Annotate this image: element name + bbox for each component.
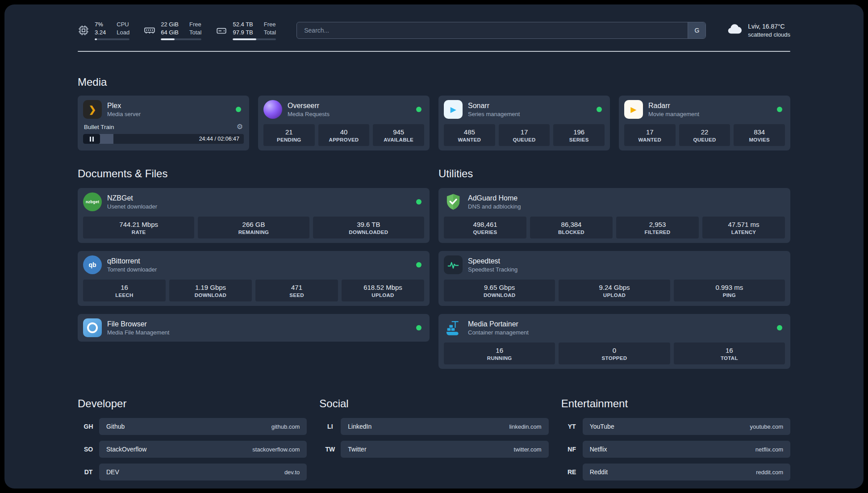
bookmark-url: github.com <box>271 423 300 430</box>
bookmark-youtube[interactable]: YT YouTube youtube.com <box>561 418 790 435</box>
portainer-icon <box>444 318 463 337</box>
bookmark-reddit[interactable]: RE Reddit reddit.com <box>561 464 790 480</box>
cpu-usage-value: 7% <box>95 21 106 29</box>
bookmark-url: dev.to <box>284 469 300 476</box>
card-sonarr[interactable]: ▶ Sonarr Series management 485 WANTED <box>438 96 610 150</box>
card-speedtest[interactable]: Speedtest Speedtest Tracking 9.65 Gbps D… <box>438 251 790 306</box>
stat-ping: 0.993 ms PING <box>674 280 785 301</box>
disk-label-top: Free <box>264 21 276 29</box>
bookmark-abbr: RE <box>561 464 583 480</box>
bookmark-abbr: NF <box>561 441 583 458</box>
bookmark-github[interactable]: GH Github github.com <box>78 418 307 435</box>
stat-upload: 9.24 Gbps UPLOAD <box>559 280 670 301</box>
search-input[interactable] <box>296 22 706 39</box>
card-radarr[interactable]: ▶ Radarr Movie management 17 WANTED <box>619 96 790 150</box>
bookmark-group-entertainment: Entertainment YT YouTube youtube.com NF … <box>561 397 790 480</box>
bookmark-twitter[interactable]: TW Twitter twitter.com <box>319 441 548 458</box>
app-description: Series management <box>468 111 520 117</box>
weather-widget: Lviv, 16.87°C scattered clouds <box>726 21 790 39</box>
bookmark-url: netflix.com <box>755 446 783 453</box>
disk-label-bottom: Total <box>264 29 276 37</box>
stat-queries: 498,461 QUERIES <box>444 217 526 238</box>
disk-widget: 52.4 TB 97.9 TB Free Total <box>216 21 276 40</box>
cpu-usage-bar <box>95 38 129 40</box>
card-filebrowser[interactable]: File Browser Media File Management <box>78 314 430 342</box>
entertainment-heading: Entertainment <box>561 397 790 410</box>
stat-download: 1.19 Gbps DOWNLOAD <box>169 280 252 301</box>
stat-remaining: 266 GB REMAINING <box>198 217 309 238</box>
app-description: Torrent downloader <box>107 266 157 273</box>
utilities-heading: Utilities <box>438 167 790 180</box>
card-plex[interactable]: ❯ Plex Media server Bullet Train ⚙ <box>78 96 249 150</box>
section-media: Media ❯ Plex Media server Bullet Tr <box>78 76 790 150</box>
bookmark-url: reddit.com <box>756 469 783 476</box>
app-title: File Browser <box>107 320 169 328</box>
pause-button[interactable] <box>83 134 100 144</box>
app-description: Movie management <box>648 111 699 117</box>
app-description: DNS and adblocking <box>468 203 521 210</box>
settings-gear-icon[interactable]: ⚙ <box>237 123 243 130</box>
developer-heading: Developer <box>78 397 307 410</box>
cpu-widget: 7% 3.24 CPU Load <box>78 21 129 40</box>
section-documents: Documents & Files nzbget NZBGet Usenet d… <box>78 167 430 369</box>
cpu-label-bottom: Load <box>117 29 129 37</box>
card-overseerr[interactable]: Overseerr Media Requests 21 PENDING 40 A… <box>258 96 430 150</box>
disk-icon <box>216 25 227 36</box>
stat-seed: 471 SEED <box>255 280 338 301</box>
app-title: Speedtest <box>468 257 517 265</box>
status-dot <box>597 107 602 112</box>
system-resources: 7% 3.24 CPU Load <box>78 21 276 40</box>
app-description: Usenet downloader <box>107 203 157 210</box>
bookmark-url: stackoverflow.com <box>252 446 300 453</box>
bookmark-abbr: YT <box>561 418 583 435</box>
card-qbittorrent[interactable]: qb qBittorrent Torrent downloader 16 LEE… <box>78 251 430 306</box>
bookmark-url: twitter.com <box>514 446 542 453</box>
cloud-icon <box>726 21 743 39</box>
app-title: Plex <box>107 101 141 110</box>
bookmark-group-developer: Developer GH Github github.com SO StackO… <box>78 397 307 480</box>
app-description: Speedtest Tracking <box>468 266 517 273</box>
memory-usage-bar <box>161 38 201 40</box>
speedtest-icon <box>444 255 463 274</box>
stat-download: 9.65 Gbps DOWNLOAD <box>444 280 555 301</box>
status-dot <box>236 107 241 112</box>
bookmark-netflix[interactable]: NF Netflix netflix.com <box>561 441 790 458</box>
app-title: Sonarr <box>468 101 520 110</box>
card-portainer[interactable]: Media Portainer Container management 16 … <box>438 314 790 369</box>
memory-icon <box>144 25 155 36</box>
bookmark-stackoverflow[interactable]: SO StackOverflow stackoverflow.com <box>78 441 307 458</box>
status-dot <box>416 325 421 330</box>
bookmark-name: YouTube <box>590 423 614 430</box>
stat-movies: 834 MOVIES <box>734 124 785 146</box>
app-title: AdGuard Home <box>468 194 521 202</box>
card-nzbget[interactable]: nzbget NZBGet Usenet downloader 744.21 M… <box>78 188 430 243</box>
bookmark-dev[interactable]: DT DEV dev.to <box>78 464 307 480</box>
app-title: Overseerr <box>288 101 330 110</box>
memory-total-value: 64 GiB <box>161 29 179 37</box>
bookmark-name: StackOverflow <box>106 446 146 453</box>
qbittorrent-icon: qb <box>83 255 102 274</box>
sonarr-icon: ▶ <box>444 100 463 119</box>
card-adguard[interactable]: AdGuard Home DNS and adblocking 498,461 … <box>438 188 790 243</box>
stat-pending: 21 PENDING <box>263 124 315 146</box>
stat-wanted: 17 WANTED <box>624 124 676 146</box>
bookmark-abbr: LI <box>319 418 341 435</box>
adguard-icon <box>444 192 463 211</box>
bookmark-name: Netflix <box>590 446 607 453</box>
cpu-label-top: CPU <box>117 21 129 29</box>
social-heading: Social <box>319 397 548 410</box>
bookmarks-section: Developer GH Github github.com SO StackO… <box>78 397 790 480</box>
playback-progress-bar[interactable]: 24:44 / 02:06:47 <box>83 134 244 144</box>
stat-series: 196 SERIES <box>553 124 605 146</box>
bookmark-abbr: GH <box>78 418 99 435</box>
memory-widget: 22 GiB 64 GiB Free Total <box>144 21 201 40</box>
stat-rate: 744.21 Mbps RATE <box>83 217 194 238</box>
weather-condition: scattered clouds <box>748 31 790 39</box>
bookmark-linkedin[interactable]: LI LinkedIn linkedin.com <box>319 418 548 435</box>
app-description: Container management <box>468 329 529 336</box>
bookmark-name: DEV <box>106 468 119 476</box>
dashboard-frame: 7% 3.24 CPU Load <box>4 4 864 489</box>
stat-filtered: 2,953 FILTERED <box>616 217 699 238</box>
search-provider-button[interactable]: G <box>688 22 705 38</box>
app-description: Media Requests <box>288 111 330 117</box>
